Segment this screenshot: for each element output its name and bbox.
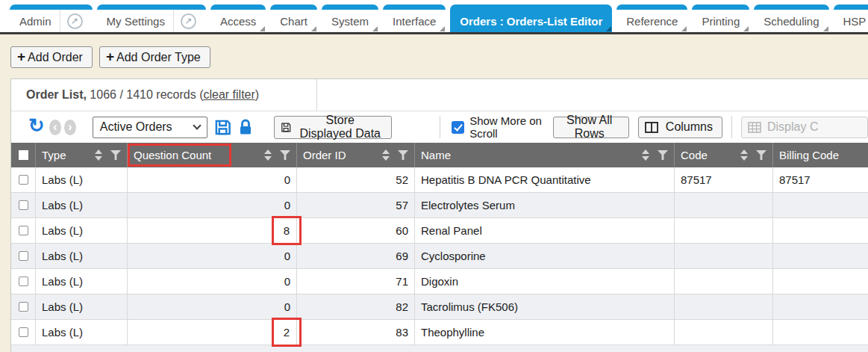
toolbar-divider <box>731 116 732 138</box>
cell-name: Electrolytes Serum <box>415 193 675 217</box>
filter-icon[interactable] <box>398 150 408 160</box>
sort-icon[interactable] <box>740 149 748 161</box>
nav-back-icon[interactable]: ‹ <box>49 120 61 135</box>
table-header-row: TypeQuestion CountOrder IDNameCodeBillin… <box>11 143 868 167</box>
filter-icon[interactable] <box>110 150 121 160</box>
annotation-box-value: 2 <box>272 318 302 347</box>
table-body: Labs (L)052Hepatitis B DNA PCR Quantitat… <box>11 167 868 345</box>
external-link-icon[interactable]: ↗ <box>181 13 196 29</box>
sort-icon[interactable] <box>264 149 272 161</box>
show-more-on-scroll-checkbox[interactable]: Show More on Scroll <box>452 114 543 140</box>
cell-code <box>675 294 773 319</box>
tab-label: HSP <box>843 15 867 28</box>
tab-label: Chart <box>280 15 307 28</box>
cell-type: Labs (L) <box>36 269 128 294</box>
cell-code <box>675 244 773 268</box>
cell-type: Labs (L) <box>36 294 128 319</box>
row-checkbox[interactable] <box>19 200 28 210</box>
row-checkbox[interactable] <box>19 175 28 185</box>
filter-icon[interactable] <box>756 150 766 160</box>
tab-cap <box>10 4 93 10</box>
cell-name: Tacrolimus (FK506) <box>415 294 675 319</box>
plus-icon: + <box>106 49 114 64</box>
column-header-question_count[interactable]: Question Count <box>128 143 297 167</box>
row-checkbox[interactable] <box>19 277 28 286</box>
cell-question_count: 0 <box>128 167 297 192</box>
nav-forward-icon[interactable]: › <box>64 120 76 135</box>
annotation-box-header: Question Count <box>128 143 231 167</box>
add-order-type-button[interactable]: +Add Order Type <box>99 46 210 68</box>
tab-orders-orders-list-editor[interactable]: Orders : Orders-List Editor <box>450 4 612 32</box>
cell-code <box>675 269 773 294</box>
columns-button[interactable]: Columns <box>638 117 722 138</box>
row-checkbox[interactable] <box>19 226 28 235</box>
tab-scheduling[interactable]: Scheduling <box>754 4 828 32</box>
view-selector[interactable]: Active Orders <box>93 117 207 138</box>
column-header-billing_code[interactable]: Billing Code <box>773 143 868 167</box>
tab-cap <box>97 4 206 10</box>
sort-icon[interactable] <box>642 149 649 161</box>
external-link-icon[interactable]: ↗ <box>67 13 83 29</box>
lock-icon[interactable] <box>238 119 253 135</box>
cell-billing_code <box>773 294 868 319</box>
cell-order_id: 60 <box>297 218 415 243</box>
add-order-button[interactable]: +Add Order <box>10 46 93 68</box>
select-all-checkbox[interactable] <box>19 150 28 160</box>
table-row: Labs (L)082Tacrolimus (FK506) <box>11 294 868 320</box>
row-checkbox[interactable] <box>19 251 28 261</box>
cell-select <box>11 294 36 319</box>
cell-order_id: 71 <box>297 269 415 294</box>
clear-filter-link[interactable]: clear filter <box>203 88 255 102</box>
show-all-rows-button[interactable]: Show All Rows <box>553 117 629 138</box>
page-title: Order List, <box>26 88 87 102</box>
column-header-order_id[interactable]: Order ID <box>297 143 415 167</box>
column-header-name[interactable]: Name <box>415 143 675 167</box>
save-view-icon[interactable] <box>214 119 231 136</box>
tab-reference[interactable]: Reference <box>616 4 687 32</box>
cell-billing_code <box>773 244 868 268</box>
cell-type: Labs (L) <box>36 320 128 345</box>
tab-access[interactable]: Access <box>210 4 266 32</box>
cell-name: Cyclosporine <box>415 244 675 268</box>
row-checkbox[interactable] <box>19 302 28 312</box>
tab-my-settings[interactable]: My Settings↗ <box>97 4 206 32</box>
records-count: 1066 / 1410 records ( <box>87 88 204 102</box>
store-displayed-data-button[interactable]: Store Displayed Data <box>274 116 392 139</box>
tab-label: Admin <box>19 15 51 28</box>
table-row: Labs (L)069Cyclosporine <box>11 244 868 269</box>
column-label: Order ID <box>303 149 382 161</box>
tab-cap <box>450 4 612 10</box>
top-tab-bar: Admin↗My Settings↗AccessChartSystemInter… <box>0 0 868 34</box>
column-header-code[interactable]: Code <box>675 143 773 167</box>
cell-select <box>11 218 36 243</box>
tab-cap <box>834 4 868 10</box>
tab-cap <box>210 4 266 10</box>
filter-icon[interactable] <box>658 150 668 160</box>
tab-hsp[interactable]: HSP <box>834 4 868 32</box>
tab-cap <box>322 4 378 10</box>
cell-name: Theophylline <box>415 320 675 345</box>
sort-icon[interactable] <box>382 149 390 161</box>
row-checkbox[interactable] <box>19 327 28 337</box>
tab-admin[interactable]: Admin↗ <box>10 4 93 32</box>
cell-order_id: 57 <box>297 193 415 217</box>
cell-order_id: 83 <box>297 320 415 345</box>
cell-question_count: 0 <box>128 244 297 268</box>
table-row: Labs (L)052Hepatitis B DNA PCR Quantitat… <box>11 167 868 193</box>
tab-printing[interactable]: Printing <box>692 4 749 32</box>
tab-chart[interactable]: Chart <box>270 4 317 32</box>
sort-icon[interactable] <box>95 149 102 161</box>
cell-type: Labs (L) <box>36 218 128 243</box>
cell-order_id: 82 <box>297 294 415 319</box>
view-selector-value: Active Orders <box>100 120 194 134</box>
refresh-icon[interactable]: ↻ <box>28 116 45 135</box>
order-list-panel: Order List, 1066 / 1410 records (clear f… <box>10 78 868 352</box>
plus-icon: + <box>17 49 25 64</box>
filter-icon[interactable] <box>280 150 290 160</box>
tab-label: Printing <box>702 15 740 28</box>
tab-label: Interface <box>393 15 436 28</box>
column-header-type[interactable]: Type <box>36 143 128 167</box>
table-row: Labs (L)057Electrolytes Serum <box>11 193 868 218</box>
tab-system[interactable]: System <box>322 4 378 32</box>
tab-interface[interactable]: Interface <box>383 4 446 32</box>
